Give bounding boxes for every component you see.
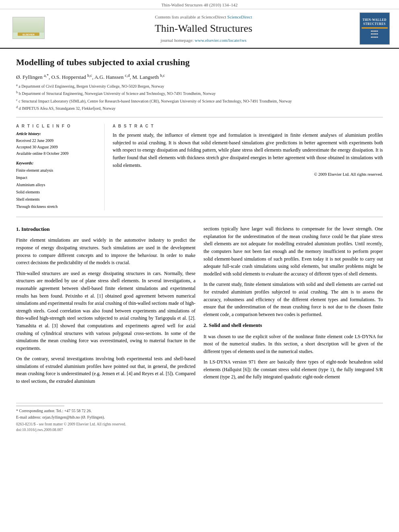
affiliation-c: c c Structural Impact Laboratory (SIMLab… — [16, 98, 383, 104]
body-left-column: 1. Introduction Finite element simulatio… — [16, 225, 195, 388]
authors-line: Ø. Fyllingen a,*, O.S. Hopperstad b,c, A… — [16, 73, 383, 80]
solid-shell-para-2: In LS-DYNA version 971 there are basical… — [204, 358, 383, 381]
corresponding-author: * Corresponding author. Tel.: +47 55 58 … — [16, 408, 383, 414]
footnote-divider — [16, 406, 64, 406]
journal-title-area: Contents lists available at ScienceDirec… — [51, 12, 356, 45]
intro-cont-para-1: sections typically have larger wall thic… — [204, 225, 383, 277]
contents-available-line: Contents lists available at ScienceDirec… — [155, 14, 252, 19]
intro-para-2: Thin-walled structures are used as energ… — [16, 270, 195, 352]
journal-logo-detail: ■■■■■■■■■■■■■■■ — [371, 30, 378, 39]
abstract-column: A B S T R A C T In the present study, th… — [113, 124, 383, 210]
keyword-2: Impact — [16, 174, 98, 181]
journal-title: Thin-Walled Structures — [155, 23, 253, 35]
abstract-heading: A B S T R A C T — [113, 124, 383, 128]
journal-url[interactable]: www.elsevier.com/locate/tws — [195, 38, 247, 43]
journal-logo-box: THIN-WALLEDSTRUCTURES ■■■■■■■■■■■■■■■ — [360, 12, 390, 45]
affiliation-d: d d IMPETUS Afea AS, Strandgaten 32, Fle… — [16, 105, 383, 111]
affiliations: a a Department of Civil Engineering, Ber… — [16, 83, 383, 117]
body-columns: 1. Introduction Finite element simulatio… — [16, 225, 383, 388]
article-info-column: A R T I C L E I N F O Article history: R… — [16, 124, 105, 210]
journal-homepage-line: journal homepage: www.elsevier.com/locat… — [160, 38, 247, 43]
keyword-4: Solid elements — [16, 189, 98, 196]
doi-line: doi:10.1016/j.tws.2009.08.007 — [16, 428, 383, 432]
intro-para-3: On the contrary, several investigations … — [16, 355, 195, 385]
available-date: Available online 8 October 2009 — [16, 150, 98, 157]
article-content: Modelling of tubes subjected to axial cr… — [0, 49, 399, 396]
footnote: * Corresponding author. Tel.: +47 55 58 … — [16, 406, 383, 421]
keywords-label: Keywords: — [16, 161, 98, 165]
keyword-3: Aluminium alloys — [16, 181, 98, 189]
sciencedirect-link[interactable]: ScienceDirect — [227, 14, 252, 19]
abstract-text: In the present study, the influence of e… — [113, 131, 383, 169]
accepted-date: Accepted 30 August 2009 — [16, 144, 98, 150]
journal-logo-stripe — [362, 27, 388, 29]
svg-point-4 — [25, 19, 32, 33]
article-history-label: Article history: — [16, 131, 98, 136]
section-2-heading: 2. Solid and shell elements — [204, 321, 383, 329]
keyword-6: Through thickness stretch — [16, 203, 98, 210]
intro-para-1: Finite element simulations are used wide… — [16, 236, 195, 266]
article-meta-row: A R T I C L E I N F O Article history: R… — [16, 124, 383, 217]
article-info-heading: A R T I C L E I N F O — [16, 124, 98, 128]
section-1-heading: 1. Introduction — [16, 225, 195, 233]
intro-cont-para-2: In the current study, finite element sim… — [204, 281, 383, 318]
elsevier-logo: ELSEVIER — [12, 17, 45, 40]
keyword-5: Shell elements — [16, 196, 98, 203]
elsevier-logo-area: ELSEVIER — [6, 12, 51, 45]
journal-reference: Thin-Walled Structures 48 (2010) 134–142 — [0, 0, 399, 9]
elsevier-logo-image: ELSEVIER — [12, 17, 45, 39]
svg-point-1 — [21, 19, 36, 33]
article-title: Modelling of tubes subjected to axial cr… — [16, 57, 383, 68]
body-right-column: sections typically have larger wall thic… — [204, 225, 383, 388]
affiliation-a: a a Department of Civil Engineering, Ber… — [16, 83, 383, 89]
article-history-dates: Received 22 June 2009 Accepted 30 August… — [16, 138, 98, 157]
keywords-list: Finite element analysis Impact Aluminium… — [16, 167, 98, 210]
svg-text:ELSEVIER: ELSEVIER — [23, 33, 35, 36]
keyword-1: Finite element analysis — [16, 167, 98, 174]
issn-line: 0263-8231/$ - see front matter © 2009 El… — [16, 422, 383, 426]
email-line: E-mail address: orjan.fyllingen@hib.no (… — [16, 414, 383, 421]
article-footer: * Corresponding author. Tel.: +47 55 58 … — [16, 403, 383, 436]
copyright-line: © 2009 Elsevier Ltd. All rights reserved… — [113, 172, 383, 177]
journal-header: ELSEVIER Contents lists available at Sci… — [0, 9, 399, 49]
solid-shell-para-1: It was chosen to use the explicit solver… — [204, 333, 383, 355]
received-date: Received 22 June 2009 — [16, 138, 98, 144]
journal-logo-area: THIN-WALLEDSTRUCTURES ■■■■■■■■■■■■■■■ — [356, 12, 393, 45]
journal-logo-title: THIN-WALLEDSTRUCTURES — [362, 18, 387, 26]
affiliation-b: b b Department of Structural Engineering… — [16, 90, 383, 97]
